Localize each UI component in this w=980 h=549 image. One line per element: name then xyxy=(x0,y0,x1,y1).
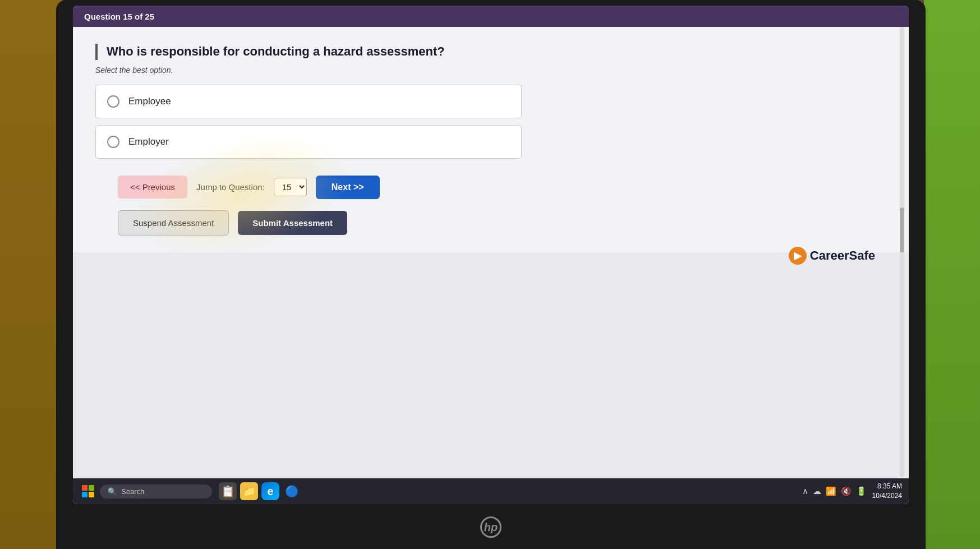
question-block: Who is responsible for conducting a haza… xyxy=(95,44,886,60)
hp-logo-area: hp xyxy=(480,516,501,538)
system-clock: 8:35 AM 10/4/2024 xyxy=(872,482,902,501)
scrollbar-thumb[interactable] xyxy=(900,207,904,252)
search-icon: 🔍 xyxy=(108,487,117,496)
edge-app-icon[interactable]: e xyxy=(261,482,279,500)
careersafe-logo-text: CareerSafe xyxy=(810,248,875,263)
screen-content: Question 15 of 25 Who is responsible for… xyxy=(73,6,909,504)
clock-date: 10/4/2024 xyxy=(872,491,902,501)
careersafe-icon: ▶ xyxy=(789,247,807,265)
radio-employer[interactable] xyxy=(107,136,119,148)
taskbar-apps: 📋 📁 e 🔵 xyxy=(219,482,301,500)
next-button[interactable]: Next >> xyxy=(316,176,380,199)
jump-to-question-select[interactable]: 15 123 456 789 101112 131416 171819 2021… xyxy=(274,178,307,196)
system-icons: ∧ ☁ 📶 🔇 🔋 xyxy=(802,486,867,496)
action-bar: Suspend Assessment Submit Assessment xyxy=(95,210,886,236)
answer-option-employee[interactable]: Employee xyxy=(95,85,522,118)
windows-icon xyxy=(82,485,94,497)
search-text: Search xyxy=(121,487,144,496)
wifi-icon: 📶 xyxy=(826,486,836,496)
question-text: Who is responsible for conducting a haza… xyxy=(107,44,886,60)
hp-logo: hp xyxy=(480,516,501,538)
quiz-main: Who is responsible for conducting a haza… xyxy=(73,27,909,252)
scrollbar-track[interactable] xyxy=(900,27,904,478)
jump-label: Jump to Question: xyxy=(196,182,265,192)
cloud-icon: ☁ xyxy=(813,486,821,496)
taskbar: 🔍 Search 📋 📁 e 🔵 ∧ ☁ 📶 🔇 xyxy=(73,478,909,504)
answer-label-employee: Employee xyxy=(128,96,171,107)
battery-icon: 🔋 xyxy=(856,486,867,496)
suspend-button[interactable]: Suspend Assessment xyxy=(118,210,229,236)
navigation-bar: << Previous Jump to Question: 15 123 456… xyxy=(95,176,886,199)
start-button[interactable] xyxy=(80,483,96,500)
radio-employee[interactable] xyxy=(107,95,119,108)
volume-icon[interactable]: 🔇 xyxy=(841,486,852,496)
folder-app-icon[interactable]: 📁 xyxy=(240,482,258,500)
quiz-header: Question 15 of 25 xyxy=(73,6,909,27)
answer-option-employer[interactable]: Employer xyxy=(95,125,522,159)
taskbar-right: ∧ ☁ 📶 🔇 🔋 8:35 AM 10/4/2024 xyxy=(802,482,902,501)
instruction-text: Select the best option. xyxy=(95,66,886,75)
laptop-body: Question 15 of 25 Who is responsible for… xyxy=(56,0,926,549)
screen-bezel: Question 15 of 25 Who is responsible for… xyxy=(73,6,909,504)
taskbar-search[interactable]: 🔍 Search xyxy=(100,485,212,499)
submit-button[interactable]: Submit Assessment xyxy=(238,211,347,235)
chevron-up-icon[interactable]: ∧ xyxy=(802,486,808,496)
desk-left xyxy=(0,0,62,549)
careersafe-logo: ▶ CareerSafe xyxy=(789,247,875,265)
answer-label-employer: Employer xyxy=(128,136,169,147)
chrome-app-icon[interactable]: 🔵 xyxy=(283,482,301,500)
clock-time: 8:35 AM xyxy=(872,482,902,491)
files-app-icon[interactable]: 📋 xyxy=(219,482,237,500)
previous-button[interactable]: << Previous xyxy=(118,176,187,199)
question-counter: Question 15 of 25 xyxy=(84,12,154,21)
desk-right xyxy=(924,0,980,549)
